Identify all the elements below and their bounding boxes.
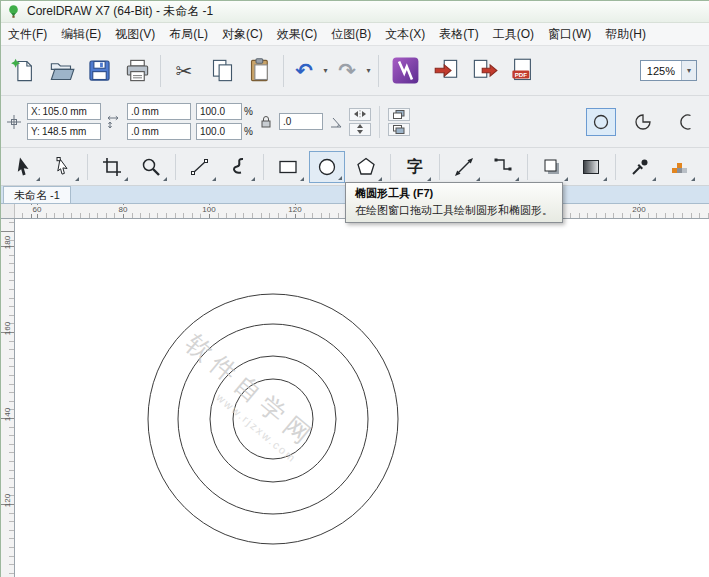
- menu-object[interactable]: 对象(C): [215, 23, 270, 46]
- undo-icon: ↶: [295, 59, 313, 83]
- menu-tools[interactable]: 工具(O): [486, 23, 541, 46]
- standard-toolbar: ✂ ↶ ▾ ↷ ▾: [1, 46, 709, 96]
- cut-button[interactable]: ✂: [166, 50, 202, 92]
- shape-tool[interactable]: [45, 151, 81, 183]
- angle-icon: [328, 114, 344, 130]
- pick-tool[interactable]: [6, 151, 42, 183]
- print-button[interactable]: [119, 50, 155, 92]
- search-content-button[interactable]: [384, 50, 426, 92]
- magnifier-icon: [140, 156, 162, 178]
- menu-text[interactable]: 文本(X): [378, 23, 432, 46]
- paste-button[interactable]: [242, 50, 278, 92]
- polygon-icon: [355, 156, 377, 178]
- tooltip: 椭圆形工具 (F7) 在绘图窗口拖动工具绘制圆形和椭圆形。: [345, 182, 563, 223]
- transparency-tool[interactable]: [573, 151, 609, 183]
- width-field[interactable]: .0 mm: [127, 103, 191, 120]
- open-button[interactable]: [43, 50, 79, 92]
- zoom-dropdown-button[interactable]: ▾: [681, 61, 696, 80]
- undo-dropdown-caret[interactable]: ▾: [321, 66, 330, 75]
- ellipse-shape-icon: [589, 110, 613, 134]
- toolbar-separator: [378, 55, 379, 87]
- export-button[interactable]: [466, 50, 502, 92]
- zoom-level-combo[interactable]: 125% ▾: [640, 60, 697, 81]
- object-position-icon: [6, 114, 22, 130]
- zoom-tool[interactable]: [133, 151, 169, 183]
- flyout-indicator: [75, 177, 79, 181]
- y-position-field[interactable]: Y: 148.5 mm: [27, 123, 101, 140]
- menu-edit[interactable]: 编辑(E): [54, 23, 108, 46]
- interactive-fill-tool[interactable]: [661, 151, 697, 183]
- parallel-dimension-tool[interactable]: [446, 151, 482, 183]
- menu-effects[interactable]: 效果(C): [270, 23, 325, 46]
- scale-x-field[interactable]: 100.0: [196, 103, 242, 120]
- flyout-indicator: [251, 177, 255, 181]
- ellipse-icon: [316, 156, 338, 178]
- ruler-origin-box[interactable]: [1, 204, 15, 218]
- ellipse-tool[interactable]: [309, 151, 345, 183]
- import-button[interactable]: [428, 50, 464, 92]
- dimension-arrow-icon: [453, 156, 475, 178]
- rectangle-tool[interactable]: [270, 151, 306, 183]
- ruler-label: 180: [3, 233, 12, 253]
- toolbox-separator: [615, 154, 616, 180]
- chevron-down-icon: ▾: [685, 66, 694, 75]
- height-value: .0 mm: [131, 126, 159, 137]
- x-value: 105.0 mm: [42, 106, 86, 117]
- pie-mode-button[interactable]: [628, 108, 658, 136]
- drawn-circles[interactable]: [15, 219, 709, 577]
- redo-button[interactable]: ↷: [332, 50, 362, 92]
- vertical-ruler[interactable]: 180 160 140 120: [1, 219, 15, 577]
- ruler-label: 80: [117, 205, 130, 214]
- x-label: X:: [31, 106, 40, 117]
- titlebar: CorelDRAW X7 (64-Bit) - 未命名 -1: [1, 1, 709, 23]
- to-front-button[interactable]: [388, 108, 410, 121]
- coreldraw-window: CorelDRAW X7 (64-Bit) - 未命名 -1 文件(F) 编辑(…: [0, 0, 709, 577]
- copy-button[interactable]: [204, 50, 240, 92]
- eyedropper-icon: [629, 156, 651, 178]
- search-content-icon: [390, 55, 421, 86]
- document-tab[interactable]: 未命名 -1: [3, 186, 71, 203]
- x-position-field[interactable]: X: 105.0 mm: [27, 103, 101, 120]
- scale-y-field[interactable]: 100.0: [196, 123, 242, 140]
- document-tab-label: 未命名 -1: [14, 188, 60, 203]
- shape-arrow-icon: [52, 156, 74, 178]
- drop-shadow-tool[interactable]: [534, 151, 570, 183]
- toolbox-separator: [439, 154, 440, 180]
- to-back-button[interactable]: [388, 123, 410, 136]
- menu-bitmaps[interactable]: 位图(B): [324, 23, 378, 46]
- arc-mode-button[interactable]: [670, 108, 700, 136]
- freehand-tool[interactable]: [182, 151, 218, 183]
- publish-pdf-button[interactable]: PDF: [504, 50, 540, 92]
- rotation-angle-field[interactable]: .0: [279, 113, 323, 130]
- redo-dropdown-caret[interactable]: ▾: [364, 66, 373, 75]
- mirror-horizontal-button[interactable]: [349, 108, 371, 121]
- new-document-button[interactable]: [5, 50, 41, 92]
- polygon-tool[interactable]: [348, 151, 384, 183]
- drawing-canvas[interactable]: 软件自学网 www.rjzxw.com: [15, 219, 709, 577]
- ellipse-mode-button[interactable]: [586, 108, 616, 136]
- undo-button[interactable]: ↶: [289, 50, 319, 92]
- mirror-horizontal-icon: [353, 110, 367, 118]
- menu-table[interactable]: 表格(T): [432, 23, 485, 46]
- menu-file[interactable]: 文件(F): [1, 23, 54, 46]
- menu-view[interactable]: 视图(V): [108, 23, 162, 46]
- text-tool[interactable]: 字: [397, 151, 433, 183]
- percent-sign: %: [244, 106, 253, 117]
- artistic-media-tool[interactable]: [221, 151, 257, 183]
- height-field[interactable]: .0 mm: [127, 123, 191, 140]
- menu-layout[interactable]: 布局(L): [162, 23, 215, 46]
- menu-window[interactable]: 窗口(W): [541, 23, 598, 46]
- text-tool-icon: 字: [407, 159, 423, 175]
- rectangle-icon: [277, 156, 299, 178]
- ruler-label: 120: [3, 491, 12, 511]
- flyout-indicator: [378, 177, 382, 181]
- crop-tool[interactable]: [94, 151, 130, 183]
- connector-tool[interactable]: [485, 151, 521, 183]
- lock-ratio-icon[interactable]: [258, 114, 274, 130]
- save-button[interactable]: [81, 50, 117, 92]
- flyout-indicator: [652, 177, 656, 181]
- menu-help[interactable]: 帮助(H): [598, 23, 653, 46]
- color-eyedropper-tool[interactable]: [622, 151, 658, 183]
- mirror-vertical-button[interactable]: [349, 123, 371, 136]
- flyout-indicator: [212, 177, 216, 181]
